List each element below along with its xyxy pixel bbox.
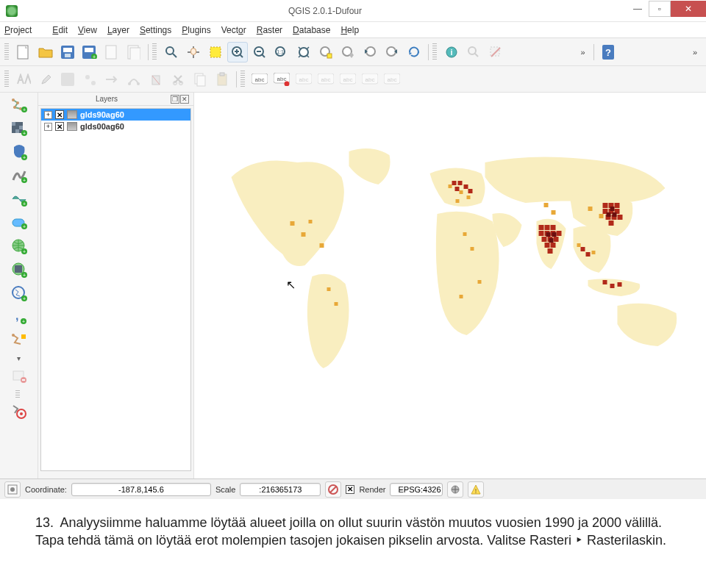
delete-selected-button[interactable]: [146, 69, 166, 90]
add-delimited-text-button[interactable]: ,+: [8, 307, 30, 326]
toolbar-overflow[interactable]: »: [576, 48, 589, 57]
add-wms-layer-button[interactable]: +: [8, 237, 30, 256]
toggle-extents-button[interactable]: [4, 481, 21, 498]
maximize-button[interactable]: ▫: [649, 1, 671, 17]
svg-text:+: +: [22, 201, 25, 207]
render-checkbox[interactable]: ✕: [346, 485, 354, 494]
add-postgis-layer-button[interactable]: +: [8, 143, 30, 162]
layer-visibility-checkbox[interactable]: ✕: [55, 122, 64, 131]
add-mssql-layer-button[interactable]: +: [8, 190, 30, 209]
zoom-native-button[interactable]: 1:1: [271, 42, 292, 62]
gps-tool-button[interactable]: [8, 402, 30, 421]
label-tool-7[interactable]: abc: [382, 69, 402, 90]
toolbar-overflow-2[interactable]: »: [688, 48, 702, 57]
menu-settings[interactable]: Settings: [140, 25, 171, 35]
svg-point-40: [137, 82, 140, 85]
zoom-to-selection-button[interactable]: [315, 42, 336, 62]
epsg-value[interactable]: EPSG:4326: [390, 483, 443, 496]
save-as-button[interactable]: +: [79, 42, 100, 62]
new-print-composer-button[interactable]: [101, 42, 122, 62]
move-feature-button[interactable]: [101, 69, 122, 90]
zoom-full-button[interactable]: [293, 42, 314, 62]
panel-close-button[interactable]: ✕: [180, 95, 189, 104]
add-spatialite-layer-button[interactable]: +: [8, 166, 30, 185]
menu-edit[interactable]: Edit: [52, 25, 68, 35]
refresh-button[interactable]: [404, 42, 424, 62]
add-feature-button[interactable]: [79, 69, 100, 90]
select-features-button[interactable]: [463, 42, 484, 62]
svg-rect-110: [335, 302, 338, 306]
new-project-button[interactable]: [13, 42, 34, 62]
zoom-to-layer-button[interactable]: [338, 42, 358, 62]
pan-map-button[interactable]: [161, 42, 182, 62]
crs-status-button[interactable]: [447, 481, 463, 498]
zoom-last-button[interactable]: [360, 42, 380, 62]
new-shapefile-button[interactable]: [8, 331, 30, 350]
stop-render-button[interactable]: [325, 481, 341, 498]
layers-panel-header: Layers ❐ ✕: [38, 93, 193, 106]
save-edits-button[interactable]: [57, 69, 78, 90]
svg-point-37: [85, 75, 90, 79]
deselect-button[interactable]: [485, 42, 506, 62]
add-vector-layer-button[interactable]: +: [8, 96, 30, 115]
zoom-in-button[interactable]: [227, 42, 248, 62]
expand-toggle[interactable]: +: [44, 111, 52, 119]
svg-text:?: ?: [605, 47, 611, 58]
label-tool-5[interactable]: abc: [338, 69, 358, 90]
help-button[interactable]: ?: [598, 42, 618, 62]
svg-point-104: [20, 412, 23, 415]
menu-project[interactable]: Project: [4, 25, 42, 35]
expand-toggle[interactable]: +: [44, 123, 52, 131]
add-wfs-layer-button[interactable]: +: [8, 284, 30, 303]
label-tool-4[interactable]: abc: [315, 69, 336, 90]
layer-visibility-checkbox[interactable]: ✕: [55, 110, 64, 119]
pan-to-selection-button[interactable]: [183, 42, 204, 62]
coordinate-value[interactable]: -187.8,145.6: [71, 483, 211, 496]
remove-layer-button[interactable]: [8, 367, 30, 386]
save-project-button[interactable]: [57, 42, 78, 62]
menu-plugins[interactable]: Plugins: [182, 25, 210, 35]
scale-value[interactable]: :216365173: [240, 483, 321, 496]
menu-layer[interactable]: Layer: [107, 25, 129, 35]
identify-button[interactable]: i: [441, 42, 462, 62]
minimize-button[interactable]: —: [627, 1, 649, 17]
menu-database[interactable]: Database: [293, 25, 330, 35]
panel-undock-button[interactable]: ❐: [171, 95, 179, 104]
composer-manager-button[interactable]: [124, 42, 144, 62]
svg-text:abc: abc: [299, 76, 309, 83]
toolbar-grip[interactable]: [152, 43, 157, 61]
copy-button[interactable]: [190, 69, 210, 90]
menu-raster[interactable]: Raster: [257, 25, 282, 35]
node-tool-button[interactable]: [124, 69, 144, 90]
zoom-next-button[interactable]: [382, 42, 402, 62]
toolbar-grip[interactable]: [240, 71, 245, 88]
toolbar-grip[interactable]: [432, 43, 437, 61]
map-canvas[interactable]: ↖: [194, 93, 706, 478]
menu-help[interactable]: Help: [340, 25, 359, 35]
current-edits-button[interactable]: [13, 69, 34, 90]
close-button[interactable]: ✕: [671, 1, 706, 17]
zoom-out-button[interactable]: [249, 42, 270, 62]
open-project-button[interactable]: [35, 42, 56, 62]
layer-item-glds00ag60[interactable]: + ✕ glds00ag60: [41, 121, 190, 132]
toggle-editing-button[interactable]: [35, 69, 56, 90]
toolbar-grip[interactable]: [15, 390, 20, 398]
layer-item-glds90ag60[interactable]: + ✕ glds90ag60: [41, 109, 190, 121]
toolbar-grip[interactable]: [4, 43, 9, 61]
layers-list[interactable]: + ✕ glds90ag60 + ✕ glds00ag60: [40, 108, 191, 471]
label-tool-2[interactable]: abc: [271, 69, 292, 90]
paste-button[interactable]: [212, 69, 232, 90]
toolbar-grip[interactable]: [4, 71, 9, 88]
label-tool-6[interactable]: abc: [360, 69, 380, 90]
add-raster-layer-button[interactable]: +: [8, 119, 30, 138]
label-tool-3[interactable]: abc: [293, 69, 314, 90]
label-tool-1[interactable]: abc: [249, 69, 270, 90]
add-oracle-layer-button[interactable]: +: [8, 213, 30, 232]
add-wcs-layer-button[interactable]: +: [8, 260, 30, 279]
menu-view[interactable]: View: [78, 25, 97, 35]
cut-button[interactable]: [168, 69, 188, 90]
messages-button[interactable]: !: [468, 481, 484, 498]
select-button[interactable]: [205, 42, 226, 62]
manage-layers-toolbar: + + + + + + + + + ,+ ▾: [0, 93, 38, 478]
menu-vector[interactable]: Vector: [221, 25, 246, 35]
